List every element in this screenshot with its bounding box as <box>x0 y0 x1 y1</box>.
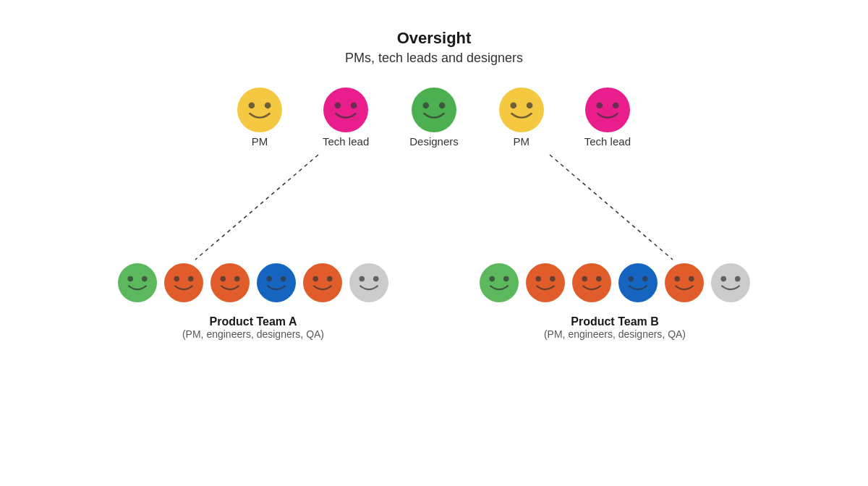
team-name-1: Product Team B <box>571 315 659 328</box>
team-section-0: Product Team A(PM, engineers, designers,… <box>72 263 434 340</box>
avatar-a-designer <box>257 263 296 305</box>
avatar-pm-b <box>499 88 544 135</box>
team-sub-1: (PM, engineers, designers, QA) <box>544 328 686 340</box>
svg-point-3 <box>323 88 368 132</box>
svg-point-30 <box>313 276 319 282</box>
avatar-a-eng3 <box>303 263 342 305</box>
oversight-role-pm-a: PM <box>237 88 282 148</box>
role-label-techlead-b: Tech lead <box>584 135 631 148</box>
svg-point-45 <box>629 276 634 282</box>
avatar-techlead-b <box>585 88 630 135</box>
oversight-row: PM Tech lead Designers PM Tech lead <box>217 88 651 148</box>
svg-point-22 <box>188 276 194 282</box>
svg-point-17 <box>118 263 157 302</box>
svg-point-27 <box>267 276 273 282</box>
svg-line-16 <box>550 155 673 260</box>
svg-point-23 <box>210 263 250 302</box>
svg-point-0 <box>237 88 282 132</box>
svg-point-37 <box>503 276 509 282</box>
role-label-pm-a: PM <box>252 135 268 148</box>
svg-line-15 <box>195 155 318 260</box>
oversight-role-designers: Designers <box>409 88 459 148</box>
team-section-1: Product Team B(PM, engineers, designers,… <box>434 263 796 340</box>
oversight-role-techlead-a: Tech lead <box>323 88 369 148</box>
svg-point-5 <box>351 102 357 108</box>
avatar-designers <box>412 88 456 135</box>
svg-point-12 <box>585 88 630 132</box>
avatar-techlead-a <box>323 88 368 135</box>
svg-point-11 <box>527 102 533 108</box>
page-subtitle: PMs, tech leads and designers <box>345 51 523 66</box>
svg-point-40 <box>550 276 556 282</box>
svg-point-31 <box>327 276 333 282</box>
avatar-b-eng2 <box>572 263 611 305</box>
svg-point-7 <box>423 102 430 108</box>
header: Oversight PMs, tech leads and designers <box>345 29 523 66</box>
team-avatars-1 <box>480 263 750 305</box>
avatar-pm-a <box>237 88 282 135</box>
svg-point-41 <box>572 263 611 302</box>
avatar-b-eng3 <box>665 263 704 305</box>
avatar-b-pm <box>480 263 519 305</box>
oversight-role-techlead-b: Tech lead <box>584 88 631 148</box>
svg-point-52 <box>735 276 741 282</box>
role-label-designers: Designers <box>409 135 459 148</box>
svg-point-26 <box>257 263 296 302</box>
svg-point-32 <box>349 263 388 302</box>
svg-point-19 <box>142 276 148 282</box>
svg-point-25 <box>234 276 240 282</box>
svg-point-10 <box>510 102 516 108</box>
team-avatars-0 <box>118 263 388 305</box>
teams-row: Product Team A(PM, engineers, designers,… <box>0 263 868 340</box>
svg-point-51 <box>721 276 727 282</box>
svg-point-6 <box>412 88 456 132</box>
avatar-b-designer <box>618 263 658 305</box>
svg-point-44 <box>618 263 658 302</box>
svg-point-9 <box>499 88 544 132</box>
connector-area <box>0 148 868 263</box>
avatar-a-eng2 <box>210 263 250 305</box>
svg-point-28 <box>281 276 286 282</box>
avatar-b-eng1 <box>526 263 565 305</box>
oversight-role-pm-b: PM <box>499 88 544 148</box>
svg-point-4 <box>335 102 341 108</box>
svg-point-18 <box>128 276 134 282</box>
svg-point-14 <box>613 102 619 108</box>
svg-point-36 <box>490 276 495 282</box>
avatar-b-qa <box>711 263 750 305</box>
page-container: Oversight PMs, tech leads and designers … <box>0 0 868 486</box>
svg-point-50 <box>711 263 750 302</box>
svg-point-47 <box>665 263 704 302</box>
svg-point-21 <box>174 276 180 282</box>
svg-point-46 <box>642 276 648 282</box>
svg-point-13 <box>596 102 603 108</box>
svg-point-43 <box>596 276 602 282</box>
svg-point-20 <box>164 263 203 302</box>
svg-point-35 <box>480 263 519 302</box>
svg-point-34 <box>373 276 379 282</box>
team-sub-0: (PM, engineers, designers, QA) <box>182 328 324 340</box>
svg-point-1 <box>249 102 255 108</box>
svg-point-39 <box>536 276 542 282</box>
svg-point-8 <box>439 102 446 108</box>
role-label-techlead-a: Tech lead <box>323 135 369 148</box>
svg-point-49 <box>689 276 694 282</box>
svg-point-29 <box>303 263 342 302</box>
svg-point-2 <box>265 102 271 108</box>
connector-lines <box>0 148 868 263</box>
svg-point-24 <box>221 276 226 282</box>
team-name-0: Product Team A <box>210 315 297 328</box>
page-title: Oversight <box>345 29 523 48</box>
avatar-a-eng1 <box>164 263 203 305</box>
avatar-a-qa <box>349 263 388 305</box>
role-label-pm-b: PM <box>514 135 530 148</box>
svg-point-38 <box>526 263 565 302</box>
svg-point-33 <box>359 276 365 282</box>
avatar-a-pm <box>118 263 157 305</box>
svg-point-48 <box>675 276 681 282</box>
svg-point-42 <box>582 276 588 282</box>
